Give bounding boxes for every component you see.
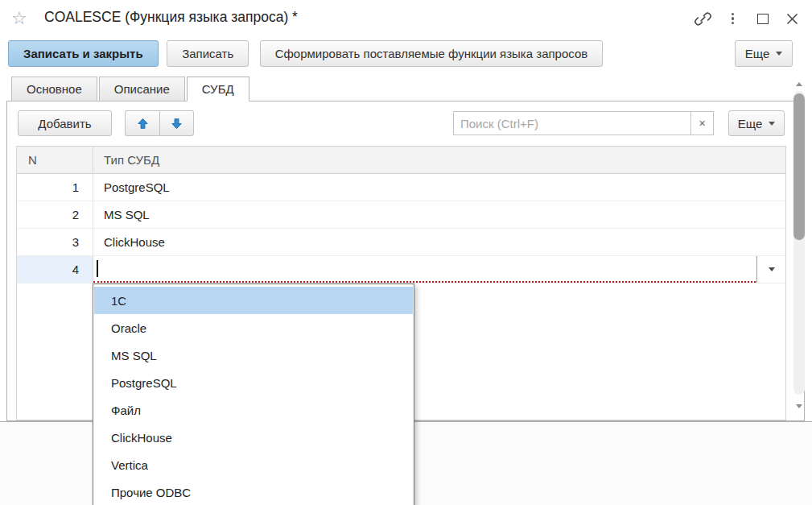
dropdown-item-other-odbc[interactable]: Прочие ODBC — [94, 478, 413, 505]
table-header: N Тип СУБД — [17, 147, 785, 174]
table-row-editing[interactable]: 4 — [17, 256, 785, 284]
arrow-up-icon — [137, 118, 149, 130]
close-icon[interactable] — [777, 6, 807, 31]
db-type-dropdown: 1C Oracle MS SQL PostgreSQL Файл ClickHo… — [93, 284, 414, 505]
column-header-db-type[interactable]: Тип СУБД — [93, 147, 785, 173]
maximize-icon[interactable] — [748, 6, 777, 31]
save-button[interactable]: Записать — [167, 40, 249, 67]
chevron-down-icon — [769, 122, 775, 126]
table-row[interactable]: 1 PostgreSQL — [17, 174, 785, 201]
window-controls — [688, 6, 807, 31]
column-header-n[interactable]: N — [17, 147, 93, 173]
row-number: 1 — [17, 174, 93, 201]
vertical-scrollbar[interactable] — [793, 79, 806, 411]
db-type-edit-cell[interactable] — [93, 256, 785, 283]
dropdown-item-clickhouse[interactable]: ClickHouse — [94, 424, 413, 451]
text-caret — [97, 260, 98, 277]
more-button-list[interactable]: Еще — [728, 110, 785, 136]
favorite-star-icon[interactable]: ☆ — [11, 7, 27, 30]
edit-field[interactable] — [93, 256, 756, 283]
row-number: 2 — [17, 201, 93, 228]
add-row-button[interactable]: Добавить — [18, 110, 112, 136]
search-input[interactable] — [453, 111, 691, 135]
tab-strip: Основное Описание СУБД — [11, 77, 251, 101]
tab-opisanie[interactable]: Описание — [99, 77, 185, 101]
more-list-label: Еще — [738, 117, 763, 130]
generate-supplied-functions-button[interactable]: Сформировать поставляемые функции языка … — [260, 40, 604, 67]
move-down-button[interactable] — [159, 110, 194, 136]
command-bar: Записать и закрыть Записать Сформировать… — [8, 40, 804, 68]
table-row[interactable]: 3 ClickHouse — [17, 229, 785, 256]
scroll-up-arrow-icon[interactable] — [793, 79, 806, 89]
clear-search-button[interactable]: × — [690, 111, 714, 135]
chevron-down-icon — [776, 52, 782, 56]
chevron-down-icon — [769, 267, 775, 271]
title-bar: ☆ COALESCE (Функция языка запроса) * — [0, 0, 812, 37]
row-db-type: MS SQL — [93, 201, 785, 228]
scroll-down-arrow-icon[interactable] — [793, 401, 806, 411]
dropdown-item-oracle[interactable]: Oracle — [94, 314, 413, 341]
dropdown-item-postgresql[interactable]: PostgreSQL — [94, 369, 413, 396]
table-row[interactable]: 2 MS SQL — [17, 201, 785, 229]
tab-subd[interactable]: СУБД — [187, 77, 249, 101]
arrow-down-icon — [171, 118, 183, 130]
move-up-button[interactable] — [125, 110, 159, 136]
kebab-menu-icon[interactable] — [718, 6, 748, 31]
scrollbar-thumb[interactable] — [793, 93, 805, 240]
dropdown-item-vertica[interactable]: Vertica — [94, 451, 413, 478]
row-number: 4 — [17, 256, 93, 283]
link-icon[interactable] — [688, 6, 718, 31]
save-and-close-button[interactable]: Записать и закрыть — [8, 40, 159, 67]
row-db-type: PostgreSQL — [93, 174, 785, 201]
row-number: 3 — [17, 229, 93, 255]
scrollbar-track[interactable] — [793, 91, 805, 395]
more-button-top[interactable]: Еще — [735, 40, 793, 67]
more-button-label: Еще — [745, 47, 770, 60]
open-dropdown-button[interactable] — [756, 256, 785, 283]
dropdown-item-mssql[interactable]: MS SQL — [94, 341, 413, 369]
row-db-type: ClickHouse — [93, 229, 785, 255]
tab-osnovnoe[interactable]: Основное — [11, 77, 97, 101]
clear-icon: × — [699, 117, 705, 130]
dropdown-item-file[interactable]: Файл — [94, 396, 413, 424]
window-title: COALESCE (Функция языка запроса) * — [44, 9, 298, 26]
reorder-buttons — [125, 110, 194, 136]
dropdown-item-1c[interactable]: 1C — [94, 287, 413, 314]
search-box: × — [453, 111, 714, 135]
